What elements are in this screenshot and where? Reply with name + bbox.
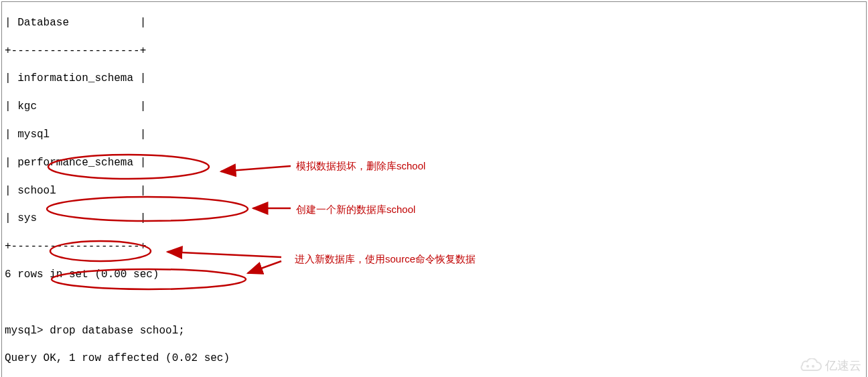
- terminal-line: mysql> drop database school;: [5, 324, 863, 338]
- terminal-line: | Database |: [5, 16, 863, 30]
- terminal-line: | performance_schema |: [5, 156, 863, 170]
- watermark: 亿速云: [798, 358, 861, 374]
- terminal-line: | school |: [5, 184, 863, 198]
- cloud-icon: [798, 358, 822, 373]
- terminal-line: | sys |: [5, 212, 863, 226]
- terminal-line: +--------------------+: [5, 240, 863, 254]
- svg-point-1: [806, 365, 809, 368]
- terminal-output: | Database | +--------------------+ | in…: [1, 1, 867, 377]
- terminal-line: | kgc |: [5, 100, 863, 114]
- terminal-line: +--------------------+: [5, 44, 863, 58]
- svg-point-2: [812, 365, 814, 368]
- terminal-line: | information_schema |: [5, 72, 863, 86]
- terminal-line: | mysql |: [5, 128, 863, 142]
- watermark-text: 亿速云: [825, 358, 861, 374]
- terminal-line: 6 rows in set (0.00 sec): [5, 268, 863, 282]
- terminal-line: [5, 296, 863, 310]
- terminal-line: Query OK, 1 row affected (0.02 sec): [5, 352, 863, 366]
